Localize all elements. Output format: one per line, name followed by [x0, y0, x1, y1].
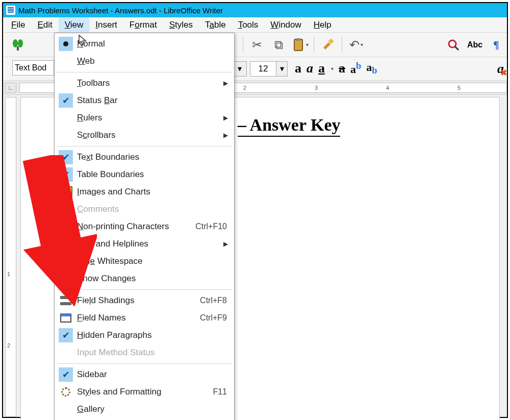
menu-view[interactable]: View	[59, 17, 90, 32]
menu-item-input-method-status: Input Method Status	[55, 344, 234, 361]
document-icon	[6, 6, 15, 15]
formatting-marks-icon[interactable]: ¶	[488, 36, 505, 54]
menu-item-scrollbars[interactable]: Scrollbars▶	[55, 127, 234, 144]
menu-item-label: Rulers	[77, 113, 234, 123]
menu-item-status-bar[interactable]: ✔Status Bar	[55, 92, 234, 109]
find-replace-icon[interactable]	[9, 36, 27, 54]
gear-icon-slot	[55, 387, 77, 397]
menu-item-toolbars[interactable]: Toolbars▶	[55, 75, 234, 92]
copy-icon[interactable]: ⧉	[270, 36, 287, 54]
radio-icon	[59, 37, 73, 51]
fnames-icon-slot	[55, 313, 77, 323]
menu-item-label: Gallery	[77, 404, 234, 414]
menu-format[interactable]: Format	[123, 17, 163, 32]
menu-item-label: Grid and Helplines	[77, 239, 234, 249]
undo-icon[interactable]: ↶▾	[347, 36, 365, 54]
strikethrough-button[interactable]: a	[339, 61, 345, 76]
image-icon-slot	[55, 186, 77, 197]
menu-file[interactable]: File	[5, 17, 31, 32]
menu-item-hidden-paragraphs[interactable]: ✔Hidden Paragraphs	[55, 327, 234, 344]
submenu-arrow-icon: ▶	[223, 80, 228, 87]
svg-line-7	[455, 46, 458, 50]
font-name-dropdown-arrow[interactable]: ▾	[233, 61, 247, 77]
check-icon-slot: ✔	[55, 167, 77, 182]
view-menu: NormalWebToolbars▶✔Status BarRulers▶Scro…	[54, 33, 235, 420]
check-icon-slot: ✔	[55, 328, 77, 342]
menu-shortcut: Ctrl+F10	[195, 222, 234, 231]
paste-icon[interactable]: ▾	[291, 36, 309, 54]
clear-formatting-button[interactable]: a✖	[497, 61, 504, 77]
checkmark-icon: ✔	[59, 93, 73, 108]
menu-item-text-boundaries[interactable]: ✔Text Boundaries	[55, 149, 234, 166]
menu-item-label: Comments	[77, 204, 234, 214]
menu-item-label: Sidebar	[77, 369, 234, 380]
menu-edit[interactable]: Edit	[31, 17, 58, 32]
menu-item-show-changes[interactable]: Show Changes	[55, 270, 234, 287]
checkmark-icon: ✔	[59, 328, 73, 342]
menu-item-grid-and-helplines[interactable]: Grid and Helplines▶	[55, 235, 234, 253]
menu-item-label: Table Boundaries	[77, 169, 234, 180]
checkmark-icon: ✔	[59, 167, 73, 182]
menu-separator	[57, 72, 232, 72]
field-names-icon	[60, 313, 71, 323]
menu-item-field-shadings[interactable]: Field ShadingsCtrl+F8	[55, 292, 234, 309]
menu-table[interactable]: Table	[199, 17, 232, 32]
svg-point-6	[449, 40, 456, 47]
radio-icon-slot	[55, 37, 77, 51]
submenu-arrow-icon: ▶	[223, 114, 228, 121]
font-size-combo[interactable]: 12 ▾	[250, 61, 288, 77]
ruler-tick: 3	[315, 85, 318, 91]
fshade-icon-slot	[55, 296, 77, 305]
menu-item-field-names[interactable]: Field NamesCtrl+F9	[55, 309, 234, 327]
superscript-button[interactable]: ab	[350, 61, 361, 76]
underline-button[interactable]: a	[318, 61, 325, 76]
italic-button[interactable]: a	[307, 61, 313, 76]
menu-item-normal[interactable]: Normal	[55, 35, 234, 53]
subscript-button[interactable]: ab	[366, 61, 377, 76]
submenu-arrow-icon: ▶	[223, 132, 228, 139]
svg-rect-3	[294, 39, 302, 51]
menu-shortcut: Ctrl+F8	[200, 296, 234, 305]
check-icon-slot: ✔	[55, 150, 77, 164]
menu-help[interactable]: Help	[308, 17, 338, 32]
menu-separator	[57, 146, 232, 146]
clone-formatting-icon[interactable]	[319, 36, 337, 54]
find-icon[interactable]	[445, 36, 462, 54]
gear-icon	[61, 387, 70, 397]
menu-item-table-boundaries[interactable]: ✔Table Boundaries	[55, 166, 234, 183]
menu-item-label: Web	[77, 56, 234, 66]
menu-separator	[57, 363, 232, 364]
menubar: FileEditViewInsertFormatStylesTableTools…	[3, 17, 507, 33]
pilcrow-icon: ¶	[63, 220, 69, 233]
menu-window[interactable]: Window	[264, 17, 307, 32]
field-shadings-icon	[60, 296, 71, 305]
menu-item-label: Field Shadings	[77, 295, 200, 306]
menu-item-rulers[interactable]: Rulers▶	[55, 109, 234, 127]
menu-item-gallery[interactable]: Gallery	[55, 401, 234, 418]
svg-rect-2	[17, 46, 19, 51]
vertical-ruler[interactable]: 12	[5, 97, 16, 417]
submenu-arrow-icon: ▶	[223, 240, 228, 248]
menu-tools[interactable]: Tools	[232, 17, 265, 32]
menu-item-styles-and-formatting[interactable]: Styles and FormattingF11	[55, 383, 234, 401]
spellcheck-icon[interactable]: Abc	[466, 36, 483, 54]
menu-styles[interactable]: Styles	[163, 17, 199, 32]
bold-button[interactable]: a	[295, 61, 301, 76]
menu-item-web[interactable]: Web	[55, 53, 234, 70]
paragraph-style-combo[interactable]: Text Bod	[12, 60, 54, 76]
menu-item-sidebar[interactable]: ✔Sidebar	[55, 366, 234, 383]
menu-item-label: Non-printing Characters	[77, 221, 195, 232]
menu-item-label: Input Method Status	[77, 348, 234, 358]
menu-item-non-printing-characters[interactable]: ¶Non-printing CharactersCtrl+F10	[55, 218, 234, 235]
menu-insert[interactable]: Insert	[89, 17, 123, 32]
ruler-tick: 5	[457, 85, 461, 91]
svg-point-0	[13, 39, 18, 47]
menu-item-hide-whitespace[interactable]: Hide Whitespace	[55, 253, 234, 270]
cut-icon[interactable]: ✂	[248, 36, 266, 54]
menu-item-label: Status Bar	[77, 95, 234, 106]
menu-item-label: Styles and Formatting	[77, 387, 213, 397]
paragraph-style-value: Text Bod	[15, 63, 46, 72]
menu-item-images-and-charts[interactable]: Images and Charts	[55, 183, 234, 201]
checkmark-icon: ✔	[59, 150, 73, 164]
window-title: Math Problems Worksheet - Answers.odt - …	[18, 6, 223, 15]
